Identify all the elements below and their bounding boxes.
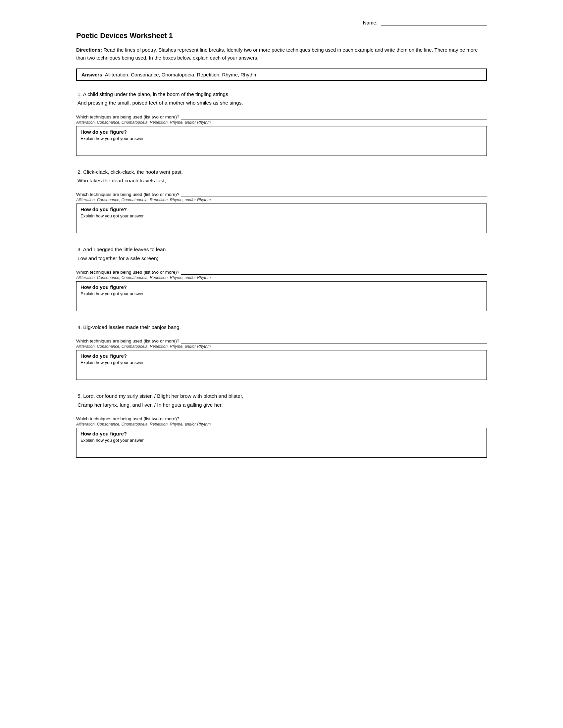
question-number-2: 2. [77,169,83,175]
poem-text-5: 5. Lord, confound my surly sister, / Bli… [77,392,487,409]
hint-2: Alliteration, Consonance, Onomatopoeia, … [76,198,487,202]
explain-title-4: How do you figure? [80,353,483,359]
explain-box-3[interactable]: How do you figure?Explain how you got yo… [76,281,487,311]
question-number-4: 4. [77,324,83,330]
explain-box-1[interactable]: How do you figure?Explain how you got yo… [76,126,487,156]
page-title: Poetic Devices Worksheet 1 [76,31,487,40]
answers-box: Answers: Alliteration, Consonance, Onoma… [76,68,487,81]
name-label: Name: [363,20,378,25]
question-5: 5. Lord, confound my surly sister, / Bli… [76,392,487,458]
which-label-5: Which techniques are being used (list tw… [76,416,179,421]
which-row-4: Which techniques are being used (list tw… [76,338,487,343]
question-number-3: 3. [77,247,83,252]
poem-text-1: 1. A child sitting under the piano, in t… [77,90,487,108]
hint-3: Alliteration, Consonance, Onomatopoeia, … [76,275,487,280]
hint-1: Alliteration, Consonance, Onomatopoeia, … [76,120,487,125]
poem-text-2: 2. Click-clack, click-clack, the hoofs w… [77,168,487,185]
explain-title-3: How do you figure? [80,284,483,290]
which-label-4: Which techniques are being used (list tw… [76,339,179,343]
poem-line-3-2: Low and together for a safe screen; [77,255,158,261]
question-number-1: 1. [77,91,83,97]
answer-line-2[interactable] [181,191,487,197]
which-row-5: Which techniques are being used (list tw… [76,415,487,421]
answer-line-5[interactable] [181,415,487,421]
explain-box-5[interactable]: How do you figure?Explain how you got yo… [76,428,487,458]
explain-title-1: How do you figure? [80,129,483,135]
explain-title-5: How do you figure? [80,431,483,436]
poem-line-2-2: Who takes the dead coach travels fast, [77,178,166,183]
directions: Directions: Read the lines of poetry. Sl… [76,46,487,62]
poem-text-4: 4. Big-voiced lassies made their banjos … [77,323,487,332]
poem-line-5-1: Lord, confound my surly sister, / Blight… [83,393,243,399]
which-row-3: Which techniques are being used (list tw… [76,269,487,275]
answer-line-3[interactable] [181,269,487,275]
question-4: 4. Big-voiced lassies made their banjos … [76,323,487,380]
explain-label-3: Explain how you got your answer [80,291,483,296]
explain-label-1: Explain how you got your answer [80,136,483,141]
poem-line-1-1: A child sitting under the piano, in the … [83,91,228,97]
explain-box-2[interactable]: How do you figure?Explain how you got yo… [76,204,487,233]
hint-5: Alliteration, Consonance, Onomatopoeia, … [76,422,487,427]
poem-line-5-2: Cramp her larynx, lung, and liver, / In … [77,402,223,408]
which-label-2: Which techniques are being used (list tw… [76,192,179,197]
answer-line-4[interactable] [181,338,487,343]
which-label-1: Which techniques are being used (list tw… [76,114,179,119]
poem-text-3: 3. And I begged the little leaves to lea… [77,245,487,263]
which-label-3: Which techniques are being used (list tw… [76,270,179,275]
answers-text: Alliteration, Consonance, Onomatopoeia, … [104,72,258,77]
explain-label-4: Explain how you got your answer [80,360,483,365]
name-underline[interactable] [381,20,487,25]
explain-box-4[interactable]: How do you figure?Explain how you got yo… [76,350,487,380]
question-1: 1. A child sitting under the piano, in t… [76,90,487,156]
which-row-1: Which techniques are being used (list tw… [76,114,487,119]
question-2: 2. Click-clack, click-clack, the hoofs w… [76,168,487,234]
hint-4: Alliteration, Consonance, Onomatopoeia, … [76,344,487,349]
explain-title-2: How do you figure? [80,206,483,212]
directions-text: Read the lines of poetry. Slashes repres… [76,47,478,61]
name-row: Name: [76,20,487,25]
directions-bold: Directions: [76,47,102,53]
explain-label-2: Explain how you got your answer [80,213,483,218]
question-3: 3. And I begged the little leaves to lea… [76,245,487,311]
answer-line-1[interactable] [181,114,487,119]
poem-line-2-1: Click-clack, click-clack, the hoofs went… [83,169,183,175]
poem-line-3-1: And I begged the little leaves to lean [83,247,165,252]
page: Name: Poetic Devices Worksheet 1 Directi… [50,0,513,489]
poem-line-1-2: And pressing the small, poised feet of a… [77,100,243,106]
which-row-2: Which techniques are being used (list tw… [76,191,487,197]
questions-container: 1. A child sitting under the piano, in t… [76,90,487,458]
poem-line-4-1: Big-voiced lassies made their banjos ban… [83,324,181,330]
explain-label-5: Explain how you got your answer [80,438,483,443]
answers-bold: Answers: [81,72,104,77]
question-number-5: 5. [77,393,83,399]
